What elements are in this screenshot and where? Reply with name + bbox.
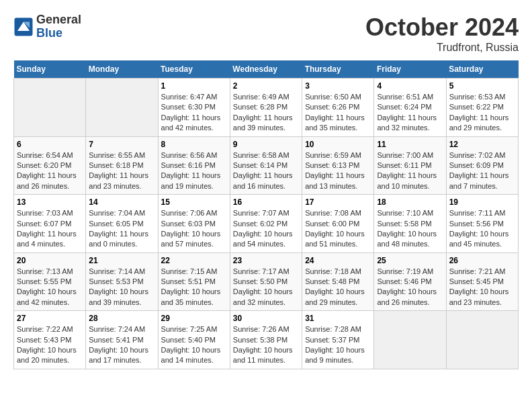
day-number: 6 <box>17 140 83 149</box>
weekday-header: Tuesday <box>158 60 230 79</box>
day-number: 5 <box>449 81 515 91</box>
sunset-text: Sunset: 6:13 PM <box>305 161 359 169</box>
sunrise-text: Sunrise: 7:18 AM <box>305 267 361 275</box>
calendar-cell: 19 Sunrise: 7:11 AM Sunset: 5:56 PM Dayl… <box>446 195 518 253</box>
daylight-text: Daylight: 10 hours and 42 minutes. <box>17 287 77 306</box>
sunset-text: Sunset: 6:26 PM <box>305 103 359 111</box>
daylight-text: Daylight: 11 hours and 7 minutes. <box>449 171 509 189</box>
sunset-text: Sunset: 6:05 PM <box>89 220 143 228</box>
day-info: Sunrise: 7:21 AM Sunset: 5:45 PM Dayligh… <box>449 267 515 308</box>
day-number: 15 <box>161 197 227 207</box>
title-section: October 2024 Trudfront, Russia <box>365 13 519 54</box>
daylight-text: Daylight: 11 hours and 4 minutes. <box>17 230 77 248</box>
daylight-text: Daylight: 10 hours and 45 minutes. <box>449 230 509 248</box>
calendar-cell: 25 Sunrise: 7:19 AM Sunset: 5:46 PM Dayl… <box>374 253 446 311</box>
sunrise-text: Sunrise: 7:04 AM <box>89 209 145 217</box>
sunrise-text: Sunrise: 6:54 AM <box>17 151 73 159</box>
day-number: 17 <box>305 197 371 207</box>
sunrise-text: Sunrise: 6:56 AM <box>161 151 218 159</box>
sunrise-text: Sunrise: 7:25 AM <box>161 325 218 333</box>
sunrise-text: Sunrise: 6:50 AM <box>305 93 361 101</box>
sunrise-text: Sunrise: 6:53 AM <box>449 93 506 101</box>
calendar-cell: 13 Sunrise: 7:03 AM Sunset: 6:07 PM Dayl… <box>14 195 86 253</box>
sunset-text: Sunset: 5:46 PM <box>377 277 431 285</box>
sunset-text: Sunset: 5:48 PM <box>305 277 359 285</box>
day-number: 19 <box>449 197 515 207</box>
day-info: Sunrise: 7:25 AM Sunset: 5:40 PM Dayligh… <box>161 324 227 366</box>
day-number: 3 <box>305 81 371 91</box>
day-info: Sunrise: 7:03 AM Sunset: 6:07 PM Dayligh… <box>17 208 83 250</box>
calendar-cell: 12 Sunrise: 7:02 AM Sunset: 6:09 PM Dayl… <box>446 136 518 195</box>
sunrise-text: Sunrise: 7:14 AM <box>89 267 145 275</box>
calendar-cell: 20 Sunrise: 7:13 AM Sunset: 5:55 PM Dayl… <box>14 253 86 311</box>
daylight-text: Daylight: 10 hours and 9 minutes. <box>305 346 365 364</box>
sunrise-text: Sunrise: 7:22 AM <box>17 325 73 333</box>
daylight-text: Daylight: 11 hours and 0 minutes. <box>89 230 148 248</box>
calendar-cell: 28 Sunrise: 7:24 AM Sunset: 5:41 PM Dayl… <box>86 311 158 369</box>
sunset-text: Sunset: 5:43 PM <box>17 336 71 344</box>
weekday-header: Thursday <box>302 60 374 79</box>
daylight-text: Daylight: 11 hours and 29 minutes. <box>449 113 509 132</box>
logo: General Blue <box>13 13 81 40</box>
day-info: Sunrise: 7:08 AM Sunset: 6:00 PM Dayligh… <box>305 208 371 250</box>
day-number: 16 <box>233 197 299 207</box>
calendar-cell <box>14 79 86 137</box>
day-info: Sunrise: 6:54 AM Sunset: 6:20 PM Dayligh… <box>17 150 83 192</box>
calendar-cell: 23 Sunrise: 7:17 AM Sunset: 5:50 PM Dayl… <box>230 253 302 311</box>
day-info: Sunrise: 6:56 AM Sunset: 6:16 PM Dayligh… <box>161 150 227 192</box>
calendar-week-row: 20 Sunrise: 7:13 AM Sunset: 5:55 PM Dayl… <box>14 253 519 311</box>
day-number: 13 <box>17 197 83 207</box>
sunrise-text: Sunrise: 6:51 AM <box>377 93 433 101</box>
sunset-text: Sunset: 5:51 PM <box>161 277 216 285</box>
day-number: 31 <box>305 314 371 323</box>
page-header: General Blue October 2024 Trudfront, Rus… <box>13 13 519 54</box>
daylight-text: Daylight: 10 hours and 39 minutes. <box>89 287 148 306</box>
daylight-text: Daylight: 10 hours and 35 minutes. <box>161 287 221 306</box>
day-info: Sunrise: 7:17 AM Sunset: 5:50 PM Dayligh… <box>233 267 299 308</box>
calendar-cell: 29 Sunrise: 7:25 AM Sunset: 5:40 PM Dayl… <box>158 311 230 369</box>
calendar-cell: 3 Sunrise: 6:50 AM Sunset: 6:26 PM Dayli… <box>302 79 374 137</box>
day-info: Sunrise: 6:58 AM Sunset: 6:14 PM Dayligh… <box>233 150 299 192</box>
day-info: Sunrise: 7:15 AM Sunset: 5:51 PM Dayligh… <box>161 267 227 308</box>
sunset-text: Sunset: 5:50 PM <box>233 277 287 285</box>
sunset-text: Sunset: 6:16 PM <box>161 161 216 169</box>
sunrise-text: Sunrise: 7:26 AM <box>233 325 290 333</box>
daylight-text: Daylight: 11 hours and 23 minutes. <box>89 171 148 189</box>
day-number: 7 <box>89 140 154 149</box>
day-info: Sunrise: 7:22 AM Sunset: 5:43 PM Dayligh… <box>17 324 83 366</box>
day-number: 25 <box>377 256 443 265</box>
day-info: Sunrise: 7:07 AM Sunset: 6:02 PM Dayligh… <box>233 208 299 250</box>
daylight-text: Daylight: 10 hours and 26 minutes. <box>377 287 437 306</box>
logo-blue: Blue <box>36 27 81 40</box>
logo-general: General <box>36 13 81 27</box>
calendar-cell: 24 Sunrise: 7:18 AM Sunset: 5:48 PM Dayl… <box>302 253 374 311</box>
day-info: Sunrise: 6:59 AM Sunset: 6:13 PM Dayligh… <box>305 150 371 192</box>
daylight-text: Daylight: 10 hours and 48 minutes. <box>377 230 437 248</box>
calendar-cell: 8 Sunrise: 6:56 AM Sunset: 6:16 PM Dayli… <box>158 136 230 195</box>
calendar-cell: 10 Sunrise: 6:59 AM Sunset: 6:13 PM Dayl… <box>302 136 374 195</box>
sunrise-text: Sunrise: 7:17 AM <box>233 267 290 275</box>
day-number: 27 <box>17 314 83 323</box>
day-number: 21 <box>89 256 154 265</box>
calendar-cell: 4 Sunrise: 6:51 AM Sunset: 6:24 PM Dayli… <box>374 79 446 137</box>
calendar-cell: 31 Sunrise: 7:28 AM Sunset: 5:37 PM Dayl… <box>302 311 374 369</box>
daylight-text: Daylight: 11 hours and 42 minutes. <box>161 113 221 132</box>
sunset-text: Sunset: 6:28 PM <box>233 103 287 111</box>
calendar-cell: 5 Sunrise: 6:53 AM Sunset: 6:22 PM Dayli… <box>446 79 518 137</box>
day-number: 28 <box>89 314 154 323</box>
sunrise-text: Sunrise: 7:06 AM <box>161 209 218 217</box>
calendar-cell: 2 Sunrise: 6:49 AM Sunset: 6:28 PM Dayli… <box>230 79 302 137</box>
sunset-text: Sunset: 6:02 PM <box>233 220 287 228</box>
calendar-table: SundayMondayTuesdayWednesdayThursdayFrid… <box>13 60 519 369</box>
day-number: 22 <box>161 256 227 265</box>
calendar-cell: 16 Sunrise: 7:07 AM Sunset: 6:02 PM Dayl… <box>230 195 302 253</box>
calendar-cell: 26 Sunrise: 7:21 AM Sunset: 5:45 PM Dayl… <box>446 253 518 311</box>
day-info: Sunrise: 7:26 AM Sunset: 5:38 PM Dayligh… <box>233 324 299 366</box>
day-number: 14 <box>89 197 154 207</box>
day-number: 26 <box>449 256 515 265</box>
location-subtitle: Trudfront, Russia <box>365 42 519 54</box>
day-info: Sunrise: 7:19 AM Sunset: 5:46 PM Dayligh… <box>377 267 443 308</box>
day-number: 11 <box>377 140 443 149</box>
day-number: 29 <box>161 314 227 323</box>
calendar-cell: 6 Sunrise: 6:54 AM Sunset: 6:20 PM Dayli… <box>14 136 86 195</box>
